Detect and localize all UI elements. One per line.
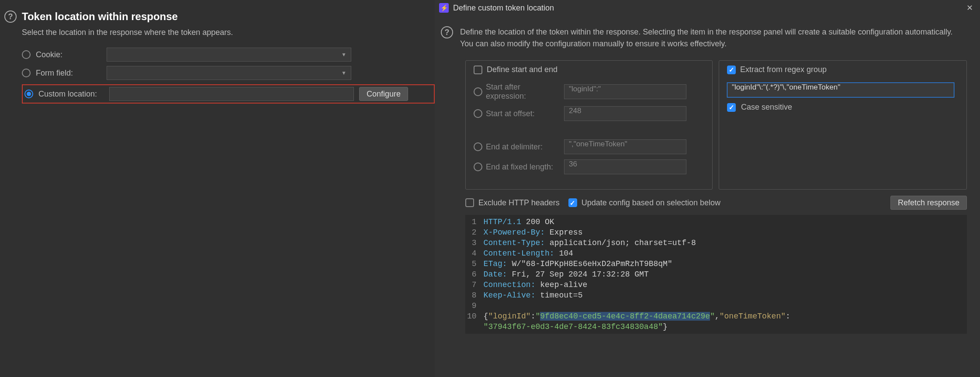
custom-location-input[interactable] (109, 87, 354, 101)
response-editor[interactable]: 1 2 3 4 5 6 7 8 9 10 HTTP/1.1 200 OKX-Po… (465, 215, 967, 334)
selected-token[interactable]: 9fd8ec40-ced5-4e4c-8ff2-4daea714c29e (540, 312, 710, 321)
exclude-headers-label: Exclude HTTP headers (478, 198, 560, 208)
regex-input[interactable]: "loginId"\:"(.*?)"\,"oneTimeToken" (727, 83, 954, 97)
radio-formfield[interactable] (22, 69, 31, 77)
label-formfield: Form field: (36, 69, 101, 78)
radio-start-offset[interactable] (474, 109, 482, 118)
radio-cookie[interactable] (22, 50, 31, 59)
input-end-length[interactable]: 36 (564, 159, 686, 174)
response-code[interactable]: HTTP/1.1 200 OKX-Powered-By: ExpressCont… (480, 215, 794, 334)
radio-custom[interactable] (24, 90, 33, 98)
label-end-delimiter: End at delimiter: (486, 142, 543, 152)
regex-legend: Extract from regex group (740, 65, 827, 74)
regex-fieldset: Extract from regex group "loginId"\:"(.*… (719, 60, 967, 190)
close-icon[interactable]: ✕ (964, 3, 976, 13)
window-title: Define custom token location (453, 3, 554, 13)
right-panel: ⚡ Define custom token location ✕ ? Defin… (435, 0, 980, 377)
help-icon[interactable]: ? (441, 26, 453, 38)
chevron-down-icon: ▼ (341, 52, 346, 58)
case-sensitive-label: Case sensitive (741, 103, 792, 112)
page-description: Select the location in the response wher… (22, 28, 424, 37)
app-icon: ⚡ (439, 3, 449, 13)
label-end-length: End at fixed length: (486, 163, 553, 172)
input-start-after-expr[interactable]: "loginId":" (564, 84, 686, 99)
exclude-headers-checkbox[interactable] (465, 198, 474, 207)
configure-button[interactable]: Configure (359, 87, 408, 101)
option-formfield-row: Form field: ▼ (22, 66, 424, 80)
label-start-offset: Start at offset: (486, 109, 535, 118)
option-cookie-row: Cookie: ▼ (22, 48, 424, 62)
input-start-offset[interactable]: 248 (564, 106, 686, 121)
regex-checkbox[interactable] (727, 66, 736, 74)
label-cookie: Cookie: (36, 50, 101, 59)
help-icon[interactable]: ? (4, 10, 17, 23)
label-custom: Custom location: (38, 90, 104, 99)
right-description: Define the location of the token within … (460, 26, 967, 50)
radio-end-length[interactable] (474, 163, 482, 171)
update-config-label: Update config based on selection below (582, 198, 720, 208)
update-config-checkbox[interactable] (568, 198, 577, 207)
option-custom-highlight: Custom location: Configure (22, 84, 435, 104)
radio-end-delimiter[interactable] (474, 142, 482, 151)
line-gutter: 1 2 3 4 5 6 7 8 9 10 (465, 215, 480, 334)
label-start-after-expr: Start after expression: (486, 83, 559, 101)
define-start-end-legend: Define start and end (487, 65, 558, 74)
define-start-end-checkbox[interactable] (474, 66, 482, 74)
formfield-select[interactable]: ▼ (107, 66, 351, 80)
left-panel: ? Token location within response Select … (0, 0, 435, 377)
chevron-down-icon: ▼ (341, 70, 346, 76)
case-sensitive-checkbox[interactable] (727, 103, 736, 112)
input-end-delimiter[interactable]: ","oneTimeToken" (564, 139, 686, 154)
radio-start-after-expr[interactable] (474, 87, 482, 96)
refetch-response-button[interactable]: Refetch response (890, 196, 967, 210)
define-start-end-fieldset: Define start and end Start after express… (465, 60, 713, 190)
cookie-select[interactable]: ▼ (107, 48, 351, 62)
titlebar: ⚡ Define custom token location ✕ (435, 0, 980, 16)
page-title: Token location within response (22, 10, 178, 23)
